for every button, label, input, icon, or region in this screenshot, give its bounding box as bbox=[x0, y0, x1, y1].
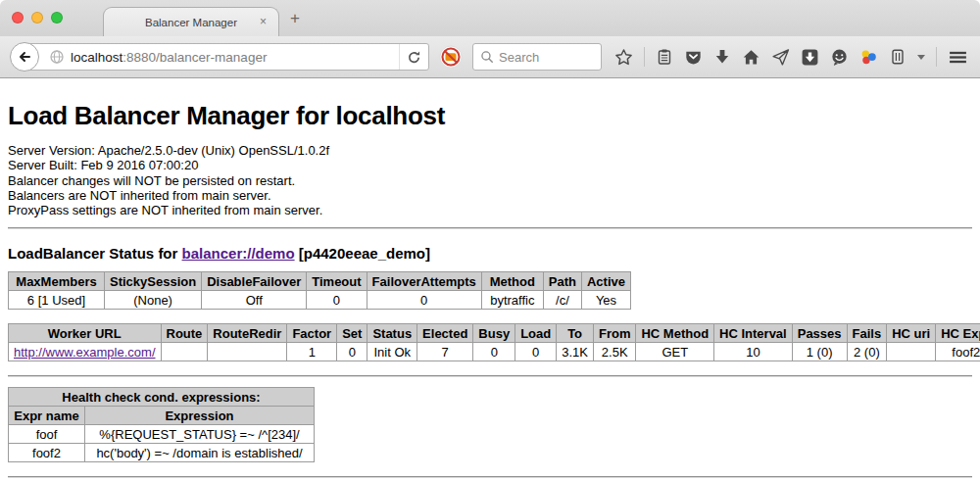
table-cell: (None) bbox=[105, 291, 202, 310]
table-cell: Off bbox=[202, 291, 307, 310]
toolbar-separator bbox=[936, 47, 937, 67]
column-header: Status bbox=[368, 324, 417, 343]
container-button[interactable] bbox=[889, 48, 906, 66]
new-tab-button[interactable]: + bbox=[290, 9, 300, 28]
pocket-button[interactable] bbox=[684, 48, 703, 67]
hamburger-menu-icon bbox=[948, 48, 968, 67]
column-header: StickySession bbox=[105, 272, 202, 291]
column-header: Passes bbox=[792, 324, 847, 343]
window-zoom-button[interactable] bbox=[51, 12, 63, 24]
balancer-settings-table: MaxMembers StickySession DisableFailover… bbox=[8, 271, 631, 310]
table-cell bbox=[161, 343, 208, 361]
chat-smiley-button[interactable] bbox=[830, 48, 849, 67]
home-button[interactable] bbox=[742, 48, 760, 67]
table-cell: bytraffic bbox=[481, 291, 543, 310]
page-content: Load Balancer Manager for localhost Serv… bbox=[0, 78, 980, 481]
bookmark-star-button[interactable] bbox=[614, 48, 633, 67]
table-cell: 2 (0) bbox=[847, 343, 887, 361]
table-header-row: MaxMembers StickySession DisableFailover… bbox=[9, 272, 631, 291]
table-row: foof2 hc('body') =~ /domain is establish… bbox=[9, 444, 315, 462]
url-text[interactable]: localhost:8880/balancer-manager bbox=[71, 50, 399, 65]
table-cell bbox=[887, 343, 936, 361]
column-header: Timeout bbox=[307, 272, 367, 291]
proxy-dots-icon bbox=[859, 48, 878, 67]
note-inherit-line: Balancers are NOT inherited from main se… bbox=[8, 188, 972, 203]
column-header: Worker URL bbox=[9, 324, 162, 343]
column-header: HC Method bbox=[636, 324, 714, 343]
column-header: Fails bbox=[847, 324, 887, 343]
section-divider bbox=[8, 227, 972, 229]
plugin-blocked-button[interactable] bbox=[438, 44, 464, 70]
window-minimize-button[interactable] bbox=[31, 12, 43, 24]
location-bar-group: localhost:8880/balancer-manager bbox=[10, 42, 429, 72]
tab-close-icon[interactable]: × bbox=[257, 16, 270, 28]
window-controls bbox=[12, 12, 63, 24]
column-header: Busy bbox=[473, 324, 515, 343]
url-bar[interactable]: localhost:8880/balancer-manager bbox=[24, 43, 429, 71]
reload-button[interactable] bbox=[399, 44, 428, 70]
column-header: HC uri bbox=[887, 324, 936, 343]
window-close-button[interactable] bbox=[12, 12, 24, 24]
reload-icon bbox=[407, 50, 421, 65]
balancer-status-heading: LoadBalancer Status for balancer://demo … bbox=[8, 245, 972, 262]
table-row: 6 [1 Used] (None) Off 0 0 bytraffic /c/ … bbox=[9, 291, 631, 310]
downloads-button[interactable] bbox=[713, 48, 731, 66]
worker-status-table: Worker URL Route RouteRedir Factor Set S… bbox=[8, 323, 980, 361]
home-icon bbox=[742, 48, 760, 67]
toolbar-buttons bbox=[614, 47, 980, 68]
health-table-title: Health check cond. expressions: bbox=[9, 388, 315, 407]
column-header: Set bbox=[337, 324, 368, 343]
column-header: DisableFailover bbox=[202, 272, 307, 291]
video-download-button[interactable] bbox=[801, 48, 819, 67]
worker-url-link[interactable]: http://www.example.com/ bbox=[14, 345, 156, 360]
navigation-toolbar: localhost:8880/balancer-manager bbox=[0, 36, 980, 78]
send-icon bbox=[771, 48, 790, 67]
menu-button[interactable] bbox=[948, 48, 968, 67]
table-header-row: Expr name Expression bbox=[9, 407, 315, 425]
container-icon bbox=[889, 48, 906, 66]
column-header: Path bbox=[543, 272, 581, 291]
column-header: Expression bbox=[85, 407, 315, 425]
back-button[interactable] bbox=[10, 42, 39, 72]
table-cell: 7 bbox=[417, 343, 473, 361]
container-dropdown-button[interactable] bbox=[917, 55, 925, 60]
clipboard-button[interactable] bbox=[656, 48, 673, 66]
video-download-icon bbox=[801, 48, 819, 67]
column-header: FailoverAttempts bbox=[367, 272, 481, 291]
table-cell: 3.1K bbox=[557, 343, 594, 361]
url-domain: localhost bbox=[71, 50, 122, 65]
note-persist-line: Balancer changes will NOT be persisted o… bbox=[8, 173, 972, 188]
browser-tab[interactable]: Balancer Manager × bbox=[103, 7, 279, 36]
column-header: HC Interval bbox=[714, 324, 793, 343]
table-cell: 0 bbox=[307, 291, 367, 310]
page-title: Load Balancer Manager for localhost bbox=[8, 101, 972, 131]
table-cell: 2.5K bbox=[593, 343, 636, 361]
table-cell: 10 bbox=[714, 343, 793, 361]
table-cell: 6 [1 Used] bbox=[9, 291, 105, 310]
search-icon bbox=[480, 50, 494, 64]
tab-strip: Balancer Manager × + bbox=[0, 0, 980, 36]
url-path: :8880/balancer-manager bbox=[122, 50, 267, 65]
table-cell: 0 bbox=[367, 291, 481, 310]
search-bar[interactable] bbox=[472, 43, 602, 71]
table-cell: /c/ bbox=[543, 291, 581, 310]
worker-url-cell: http://www.example.com/ bbox=[9, 343, 162, 361]
tab-title: Balancer Manager bbox=[145, 17, 237, 28]
bookmark-star-icon bbox=[614, 48, 633, 67]
expression-cell: %{REQUEST_STATUS} =~ /^[234]/ bbox=[85, 425, 315, 444]
send-button[interactable] bbox=[771, 48, 790, 67]
table-cell: Init Ok bbox=[368, 343, 417, 361]
column-header: Elected bbox=[417, 324, 473, 343]
table-cell: GET bbox=[636, 343, 714, 361]
column-header: MaxMembers bbox=[9, 272, 105, 291]
status-heading-suffix: [p4420eeae_demo] bbox=[295, 245, 430, 262]
search-input[interactable] bbox=[499, 50, 587, 65]
table-cell: 1 bbox=[287, 343, 337, 361]
balancer-link[interactable]: balancer://demo bbox=[182, 245, 295, 262]
back-arrow-icon bbox=[17, 49, 32, 65]
column-header: From bbox=[593, 324, 636, 343]
table-cell: foof2 bbox=[936, 343, 980, 361]
browser-window: Balancer Manager × + localhost:8880/bala… bbox=[0, 0, 980, 481]
expression-cell: hc('body') =~ /domain is established/ bbox=[85, 444, 315, 462]
proxy-dots-button[interactable] bbox=[859, 48, 878, 67]
